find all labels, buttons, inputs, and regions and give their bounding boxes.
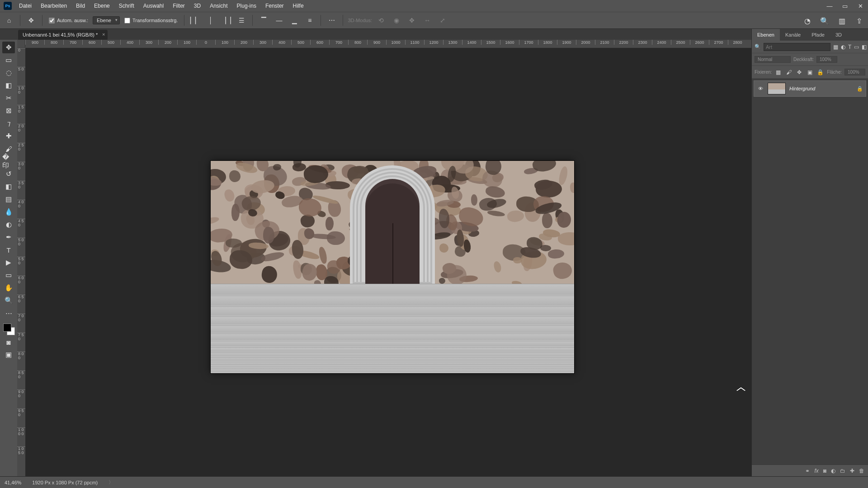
layer-thumbnail[interactable] bbox=[768, 83, 786, 94]
filter-adjust-icon[interactable]: ◐ bbox=[841, 42, 845, 52]
delete-layer-icon[interactable]: 🗑 bbox=[859, 468, 864, 474]
search-icon[interactable]: 🔍 bbox=[818, 14, 831, 27]
menu-hilfe[interactable]: Hilfe bbox=[288, 0, 308, 12]
home-icon[interactable]: ⌂ bbox=[3, 14, 15, 27]
frame-tool[interactable]: ⊠ bbox=[2, 105, 15, 117]
rectangle-shape-tool[interactable]: ▭ bbox=[2, 269, 15, 281]
filter-shape-icon[interactable]: ▭ bbox=[854, 42, 859, 52]
object-selection-tool[interactable]: ◧ bbox=[2, 80, 15, 91]
gradient-tool[interactable]: ▤ bbox=[2, 193, 15, 205]
tab-ebenen[interactable]: Ebenen bbox=[752, 29, 780, 41]
filter-smart-icon[interactable]: ◧ bbox=[862, 42, 867, 52]
layer-row[interactable]: 👁 Hintergrund 🔒 bbox=[754, 80, 866, 97]
history-brush-tool[interactable]: ↺ bbox=[2, 168, 15, 180]
document-info[interactable]: 1920 Px x 1080 Px (72 ppcm) bbox=[32, 480, 98, 485]
pen-tool[interactable]: ✒ bbox=[2, 231, 15, 243]
path-selection-tool[interactable]: ▶ bbox=[2, 257, 15, 268]
status-info-menu-icon[interactable]: 〉 bbox=[108, 479, 113, 486]
dodge-tool[interactable]: ◐ bbox=[2, 219, 15, 230]
menu-3d[interactable]: 3D bbox=[189, 0, 205, 12]
menu-fenster[interactable]: Fenster bbox=[261, 0, 288, 12]
align-right-icon[interactable]: ▕▕ bbox=[220, 14, 232, 27]
lock-all-icon[interactable]: 🔒 bbox=[816, 68, 824, 77]
layer-filter-input[interactable] bbox=[764, 43, 830, 51]
foreground-color-swatch[interactable] bbox=[3, 324, 11, 332]
menu-filter[interactable]: Filter bbox=[168, 0, 189, 12]
new-layer-icon[interactable]: ✚ bbox=[850, 468, 854, 474]
fill-value[interactable]: 100% bbox=[844, 69, 865, 75]
zoom-tool[interactable]: 🔍 bbox=[2, 295, 15, 306]
share-icon[interactable]: ⇪ bbox=[853, 14, 865, 27]
horizontal-ruler[interactable]: 9008007006005004003002001000100200300400… bbox=[25, 40, 751, 48]
opacity-value[interactable]: 100% bbox=[816, 56, 837, 63]
blend-mode-select[interactable]: Normal bbox=[755, 56, 791, 63]
lock-icon[interactable]: 🔒 bbox=[857, 86, 863, 92]
transform-controls-checkbox[interactable]: Transformationsstrg. bbox=[123, 18, 179, 23]
more-options-icon[interactable]: ⋯ bbox=[326, 14, 338, 27]
cloud-docs-icon[interactable]: ◔ bbox=[801, 14, 814, 27]
window-close-button[interactable]: ✕ bbox=[853, 0, 868, 12]
add-mask-icon[interactable]: ◙ bbox=[823, 468, 826, 474]
lock-transparent-icon[interactable]: ▦ bbox=[774, 68, 782, 77]
distribute-v-icon[interactable]: ≡ bbox=[303, 14, 316, 27]
ruler-origin[interactable] bbox=[17, 40, 25, 48]
menu-bild[interactable]: Bild bbox=[71, 0, 90, 12]
auto-select-target-select[interactable]: Ebene bbox=[93, 16, 120, 24]
align-bottom-icon[interactable]: ▁ bbox=[288, 14, 301, 27]
document-tab[interactable]: Unbenannt-1 bei 41,5% (RGB/8) * × bbox=[18, 30, 108, 40]
menu-ansicht[interactable]: Ansicht bbox=[205, 0, 232, 12]
layer-list[interactable]: 👁 Hintergrund 🔒 bbox=[752, 79, 868, 465]
hand-tool[interactable]: ✋ bbox=[2, 282, 15, 294]
lock-position-icon[interactable]: ✥ bbox=[796, 68, 803, 77]
menu-plugins[interactable]: Plug-ins bbox=[232, 0, 261, 12]
menu-auswahl[interactable]: Auswahl bbox=[139, 0, 168, 12]
eraser-tool[interactable]: ◧ bbox=[2, 181, 15, 192]
tab-pfade[interactable]: Pfade bbox=[806, 29, 830, 41]
transform-controls-input[interactable] bbox=[124, 18, 130, 23]
quick-mask-icon[interactable]: ◙ bbox=[2, 336, 15, 348]
window-minimize-button[interactable]: — bbox=[822, 0, 837, 12]
healing-brush-tool[interactable]: ✚ bbox=[2, 130, 15, 142]
eyedropper-tool[interactable]: ⁊ bbox=[2, 117, 15, 129]
zoom-level[interactable]: 41,46% bbox=[5, 480, 21, 485]
new-group-icon[interactable]: 🗀 bbox=[840, 468, 845, 474]
close-icon[interactable]: × bbox=[102, 32, 105, 37]
menu-schrift[interactable]: Schrift bbox=[114, 0, 139, 12]
blur-tool[interactable]: 💧 bbox=[2, 206, 15, 218]
align-left-icon[interactable]: ▏▏ bbox=[189, 14, 202, 27]
tab-kanaele[interactable]: Kanäle bbox=[780, 29, 806, 41]
window-maximize-button[interactable]: ▭ bbox=[837, 0, 853, 12]
menu-ebene[interactable]: Ebene bbox=[90, 0, 114, 12]
type-tool[interactable]: T bbox=[2, 244, 15, 256]
screen-mode-icon[interactable]: ▣ bbox=[2, 349, 15, 361]
crop-tool[interactable]: ✂ bbox=[2, 92, 15, 104]
link-layers-icon[interactable]: ⚭ bbox=[805, 468, 810, 474]
vertical-ruler[interactable]: 05 01 0 01 5 02 0 02 5 03 0 03 5 04 0 04… bbox=[17, 48, 25, 476]
menu-datei[interactable]: Datei bbox=[14, 0, 36, 12]
workspace-icon[interactable]: ▥ bbox=[835, 14, 848, 27]
lock-pixels-icon[interactable]: 🖌 bbox=[785, 68, 793, 77]
color-swatch[interactable] bbox=[2, 323, 15, 335]
rectangular-marquee-tool[interactable]: ▭ bbox=[2, 54, 15, 66]
lasso-tool[interactable]: ◌ bbox=[2, 67, 15, 79]
tab-3d[interactable]: 3D bbox=[830, 29, 847, 41]
layer-visibility-icon[interactable]: 👁 bbox=[757, 86, 764, 91]
filter-type-icon[interactable]: T bbox=[848, 42, 851, 52]
move-tool-indicator-icon[interactable]: ✥ bbox=[25, 14, 38, 27]
distribute-h-icon[interactable]: ☰ bbox=[235, 14, 248, 27]
layer-name[interactable]: Hintergrund bbox=[789, 86, 853, 91]
clone-stamp-tool[interactable]: �印 bbox=[2, 155, 15, 167]
new-adjustment-icon[interactable]: ◐ bbox=[831, 468, 835, 474]
edit-toolbar-icon[interactable]: ⋯ bbox=[2, 307, 15, 319]
align-center-v-icon[interactable]: ― bbox=[273, 14, 285, 27]
auto-select-checkbox[interactable]: Autom. ausw.: bbox=[47, 18, 90, 23]
lock-artboard-icon[interactable]: ▣ bbox=[806, 68, 814, 77]
layer-style-icon[interactable]: fx bbox=[814, 468, 818, 474]
canvas[interactable] bbox=[211, 161, 574, 373]
move-tool[interactable]: ✥ bbox=[2, 42, 15, 53]
filter-pixel-icon[interactable]: ▦ bbox=[833, 42, 838, 52]
align-top-icon[interactable]: ▔ bbox=[257, 14, 270, 27]
align-center-h-icon[interactable]: │ bbox=[204, 14, 217, 27]
auto-select-input[interactable] bbox=[49, 18, 55, 23]
menu-bearbeiten[interactable]: Bearbeiten bbox=[36, 0, 71, 12]
